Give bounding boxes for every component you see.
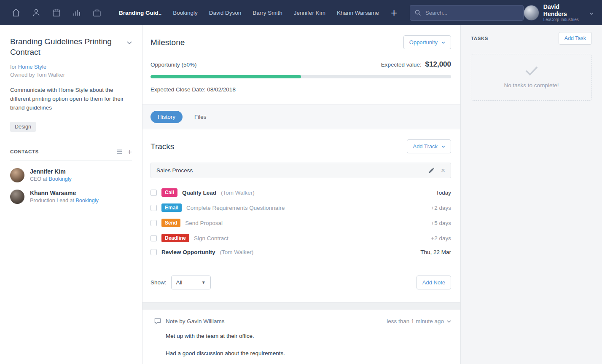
opportunity-percentage-label: Opportunity (50%)	[150, 62, 197, 68]
reports-icon[interactable]	[72, 8, 82, 18]
opportunity-dropdown-button[interactable]: Opportunity	[403, 35, 451, 49]
note-timestamp-toggle[interactable]: less than 1 minute ago	[387, 318, 451, 324]
tab-david-dyson[interactable]: David Dyson	[209, 10, 242, 16]
list-view-icon[interactable]	[116, 149, 122, 154]
contact-avatar	[10, 190, 24, 204]
home-icon[interactable]	[11, 8, 21, 18]
opportunity-progress-bar	[150, 75, 451, 78]
track-item-due: +2 days	[431, 235, 451, 241]
note-paragraph: Had a good discussion about the requirem…	[166, 350, 451, 356]
at-label: at	[43, 176, 47, 182]
checkmark-icon	[524, 65, 539, 76]
contact-khann-warsame[interactable]: Khann Warsame Production Lead at Booking…	[10, 190, 132, 204]
note-body: Met up with the team at their office. Ha…	[154, 333, 451, 356]
add-contact-icon[interactable]: +	[127, 148, 132, 156]
remove-track-icon[interactable]: ×	[441, 167, 445, 174]
related-company-line: for Home Style	[10, 64, 132, 70]
note-icon	[154, 318, 161, 324]
show-filter-value: All	[176, 279, 183, 286]
people-icon[interactable]	[31, 8, 41, 18]
badge-deadline: Deadline	[161, 234, 189, 242]
tasks-sidebar: TASKS Add Task No tasks to complete!	[460, 25, 602, 364]
track-name: Sales Process	[156, 167, 193, 174]
contact-company-link[interactable]: Bookingly	[49, 176, 72, 182]
add-track-label: Add Track	[413, 143, 438, 150]
track-item-title[interactable]: Sign Contract	[194, 235, 228, 241]
top-navigation: Branding Guid.. Bookingly David Dyson Ba…	[0, 0, 602, 25]
user-organization: LexCorp Industries	[543, 17, 584, 22]
history-files-tabs: History Files	[142, 105, 460, 129]
task-checkbox[interactable]	[150, 205, 157, 211]
history-filter-row: Show: All ▼ Add Note	[150, 276, 451, 289]
contact-company-link[interactable]: Bookingly	[75, 198, 98, 203]
track-item-sign-contract: Deadline Sign Contract +2 days	[150, 230, 451, 246]
edit-track-icon[interactable]	[428, 168, 434, 174]
tab-branding-guidelines[interactable]: Branding Guid..	[119, 10, 161, 16]
search-input[interactable]	[410, 5, 524, 21]
main-content: Milestone Opportunity Opportunity (50%) …	[142, 25, 460, 364]
section-gap	[142, 302, 460, 310]
contact-avatar	[10, 168, 24, 182]
track-item-list: Call Qualify Lead (Tom Walker) Today Ema…	[150, 185, 451, 259]
chevron-down-icon	[441, 41, 445, 44]
company-link[interactable]: Home Style	[18, 64, 46, 70]
track-item-title[interactable]: Qualify Lead	[182, 190, 216, 196]
calendar-icon[interactable]	[51, 8, 62, 18]
track-item-assignee: (Tom Walker)	[220, 249, 254, 255]
badge-call: Call	[161, 188, 177, 197]
chevron-down-icon	[447, 320, 451, 323]
track-item-title[interactable]: Review Opportunity	[161, 249, 215, 255]
tasks-header: TASKS	[471, 36, 488, 41]
user-menu[interactable]: David Henders LexCorp Industries	[524, 3, 594, 22]
tab-khann-warsame[interactable]: Khann Warsame	[337, 10, 379, 16]
chevron-down-icon	[589, 9, 594, 16]
owner-line: Owned by Tom Walker	[10, 72, 132, 78]
add-task-button[interactable]: Add Task	[559, 32, 592, 45]
opportunity-actions-chevron-icon[interactable]	[127, 39, 132, 46]
contact-role: Production Lead	[30, 198, 68, 203]
search-icon	[414, 9, 421, 18]
task-checkbox[interactable]	[150, 235, 157, 241]
track-item-send-proposal: Send Send Proposal +5 days	[150, 215, 451, 230]
note-paragraph: Met up with the team at their office.	[166, 333, 451, 339]
track-item-due: +2 days	[431, 205, 451, 211]
opportunity-title: Branding Guidelines Printing Contract	[10, 36, 125, 57]
track-item-due: +5 days	[431, 220, 451, 226]
tab-history[interactable]: History	[150, 111, 183, 123]
tag-design[interactable]: Design	[10, 122, 36, 132]
badge-send: Send	[161, 219, 180, 227]
task-checkbox[interactable]	[150, 249, 157, 255]
show-label: Show:	[150, 279, 167, 286]
milestone-title: Milestone	[150, 38, 185, 47]
tab-jennifer-kim[interactable]: Jennifer Kim	[294, 10, 325, 16]
expected-value-amount: $12,000	[425, 60, 451, 68]
opportunity-sidebar: Branding Guidelines Printing Contract fo…	[0, 25, 142, 364]
track-header-bar: Sales Process ×	[150, 163, 451, 178]
note-entry: Note by Gavin Williams less than 1 minut…	[142, 310, 460, 364]
search-container	[410, 5, 524, 21]
tasks-empty-state: No tasks to complete!	[471, 54, 592, 101]
tab-files[interactable]: Files	[194, 114, 207, 120]
show-filter-select[interactable]: All ▼	[171, 276, 211, 289]
contacts-header: CONTACTS +	[10, 148, 132, 161]
track-item-title[interactable]: Complete Requirements Questionnaire	[186, 205, 285, 211]
user-avatar	[524, 5, 539, 21]
track-item-title[interactable]: Send Proposal	[185, 220, 223, 226]
add-track-button[interactable]: Add Track	[407, 139, 451, 153]
opportunity-dropdown-label: Opportunity	[409, 39, 438, 46]
expected-close-date: Expected Close Date: 08/02/2018	[150, 86, 451, 93]
contact-jennifer-kim[interactable]: Jennifer Kim CEO at Bookingly	[10, 168, 132, 182]
contact-name: Jennifer Kim	[30, 168, 72, 175]
tab-bookingly[interactable]: Bookingly	[173, 10, 198, 16]
cases-icon[interactable]	[92, 8, 102, 18]
milestone-section: Milestone Opportunity Opportunity (50%) …	[142, 25, 460, 105]
add-note-button[interactable]: Add Note	[417, 276, 451, 289]
add-tab-button[interactable]: +	[391, 7, 397, 18]
task-checkbox[interactable]	[150, 190, 157, 196]
tasks-empty-message: No tasks to complete!	[476, 82, 587, 88]
badge-email: Email	[161, 203, 182, 212]
open-record-tabs: Branding Guid.. Bookingly David Dyson Ba…	[119, 10, 379, 16]
task-checkbox[interactable]	[150, 220, 157, 226]
tab-barry-smith[interactable]: Barry Smith	[253, 10, 282, 16]
track-item-requirements: Email Complete Requirements Questionnair…	[150, 200, 451, 215]
